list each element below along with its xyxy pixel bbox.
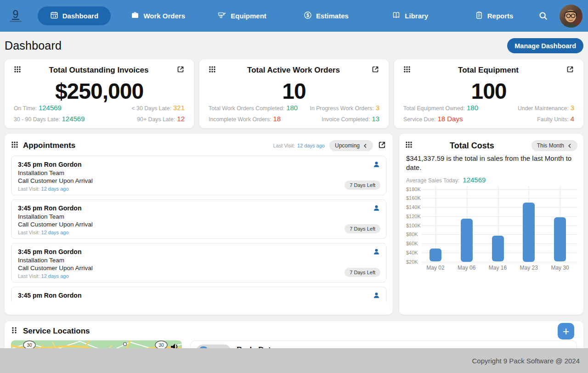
briefcase-icon <box>131 11 139 21</box>
last-visit-label: Last Visit: <box>273 143 295 148</box>
external-link-icon[interactable] <box>378 141 386 151</box>
nav-tab-label: Equipment <box>231 12 266 20</box>
add-location-button[interactable]: + <box>558 323 574 339</box>
stat-label: 30 - 90 Days Late: <box>14 116 60 123</box>
stat-label: On Time: <box>14 105 37 112</box>
user-avatar[interactable] <box>560 5 582 28</box>
nav-tab-work-orders[interactable]: Work Orders <box>123 6 193 25</box>
external-link-icon[interactable] <box>371 65 379 75</box>
nav-tab-equipment[interactable]: Equipment <box>209 6 275 25</box>
last-visit-label: Last Visit: <box>18 230 40 235</box>
stat-label: Faulty Units: <box>537 116 568 123</box>
costs-bar-chart: $180K$160K$140K$120K$100K$80K$60K$40K$20… <box>405 186 577 275</box>
card-total-active-work-orders: Total Active Work Orders 10 Total Work O… <box>199 59 389 128</box>
days-left-badge: 7 Days Left <box>345 224 380 233</box>
last-visit-link[interactable]: 12 days ago <box>41 230 69 235</box>
nav-tab-estimates[interactable]: $ Estimates <box>295 6 357 25</box>
stat-label: Invoice Completed: <box>322 116 370 123</box>
stat-value: 4 <box>571 115 574 123</box>
stat-value: 13 <box>372 115 379 123</box>
bar-May 02[interactable] <box>430 249 441 262</box>
stat-label: Under Maintenance: <box>518 105 569 112</box>
card-value: $250,000 <box>14 80 185 102</box>
y-axis-label: $120K <box>406 214 421 219</box>
card-value: 10 <box>209 80 379 102</box>
card-title: Total Equipment <box>411 66 566 75</box>
stat-cards-row: Total Outstanding Invoices $250,000 On T… <box>5 59 583 128</box>
stat-label: Service Due: <box>403 116 435 123</box>
y-axis-label: $60K <box>406 241 418 246</box>
app-logo[interactable]: 9 <box>6 10 26 22</box>
copyright-text: Copyright 9 Pack Software @ 2024 <box>472 357 580 365</box>
bar-May 16[interactable] <box>492 236 504 261</box>
last-visit-link[interactable]: 12 days ago <box>297 143 325 148</box>
last-visit-link[interactable]: 12 days ago <box>41 273 69 279</box>
appointment-team: Installation Team <box>18 300 379 302</box>
last-visit-link[interactable]: 12 days ago <box>41 186 69 192</box>
stat-label: In Progress Work Orders: <box>310 105 373 112</box>
y-axis-label: $180K <box>406 186 421 192</box>
drag-handle-icon[interactable] <box>405 141 413 150</box>
dollar-circle-icon: $ <box>304 11 312 21</box>
drag-handle-icon[interactable] <box>11 141 18 150</box>
external-link-icon[interactable] <box>176 65 185 75</box>
stat-value: 124569 <box>62 115 85 123</box>
nav-tab-label: Reports <box>487 12 514 20</box>
appointment-row[interactable]: 3:45 pm Ron Gordon Installation Team Cal… <box>11 156 386 195</box>
upcoming-filter-chip[interactable]: Upcoming <box>329 140 373 151</box>
appointment-team: Installation Team <box>18 213 379 220</box>
y-axis-label: $20K <box>406 259 418 265</box>
days-left-badge: 7 Days Left <box>345 268 380 277</box>
person-icon <box>373 292 380 301</box>
external-link-icon[interactable] <box>566 65 574 75</box>
top-nav: 9 Dashboard Work Orders <box>0 0 588 32</box>
appointment-row[interactable]: 3:45 pm Ron Gordon Installation Team Cal… <box>11 199 386 239</box>
stat-value: 180 <box>467 104 478 112</box>
x-axis-label: May 16 <box>489 265 507 271</box>
drag-handle-icon[interactable] <box>403 66 411 75</box>
card-title: Total Outstanding Invoices <box>21 66 176 75</box>
card-total-outstanding-invoices: Total Outstanding Invoices $250,000 On T… <box>5 59 194 128</box>
person-icon <box>373 161 380 170</box>
bar-May 23[interactable] <box>523 203 535 261</box>
nav-tab-dashboard[interactable]: Dashboard <box>38 6 111 25</box>
total-costs-card: Total Costs This Month $341,337.59 is th… <box>399 134 583 315</box>
appointment-team: Installation Team <box>18 257 379 264</box>
chevron-left-icon <box>567 143 572 149</box>
x-axis-label: May 30 <box>551 265 569 271</box>
drag-handle-icon[interactable] <box>14 66 21 75</box>
open-book-icon <box>392 11 401 21</box>
appointments-card: Appointments Last Visit: 12 days ago Upc… <box>5 134 393 315</box>
appointment-time-name: 3:45 pm Ron Gordon <box>18 292 379 299</box>
drag-handle-icon[interactable] <box>209 66 216 75</box>
x-axis-label: May 06 <box>458 265 475 271</box>
manage-dashboard-button[interactable]: Manage Dashboard <box>507 38 583 53</box>
nav-tab-library[interactable]: Library <box>384 6 436 25</box>
person-icon <box>373 248 380 258</box>
stat-value: 18 Days <box>437 115 463 123</box>
search-icon[interactable] <box>539 11 548 20</box>
nav-tab-label: Estimates <box>316 12 349 20</box>
person-icon <box>373 204 380 214</box>
period-chip[interactable]: This Month <box>531 140 577 151</box>
chevron-left-icon <box>362 143 368 149</box>
chip-label: Upcoming <box>335 142 360 149</box>
nav-tab-reports[interactable]: Reports <box>467 6 522 25</box>
card-title: Total Active Work Orders <box>216 66 371 75</box>
card-total-equipment: Total Equipment 100 Total Equipment Owne… <box>394 59 583 128</box>
drag-handle-icon[interactable] <box>11 327 17 336</box>
stat-value: 3 <box>376 104 379 112</box>
page-title: Dashboard <box>5 39 62 52</box>
stat-label: < 30 Days Late: <box>131 105 171 112</box>
appointment-row[interactable]: 3:45 pm Ron Gordon Installation Team Cal… <box>11 243 386 283</box>
nav-tab-label: Dashboard <box>62 12 98 20</box>
appointments-list: 3:45 pm Ron Gordon Installation Team Cal… <box>11 156 386 302</box>
total-costs-title: Total Costs <box>413 141 531 151</box>
bar-May 06[interactable] <box>461 219 473 262</box>
bar-May 30[interactable] <box>554 217 566 262</box>
appointment-row[interactable]: 3:45 pm Ron Gordon Installation Team Cal… <box>11 287 386 302</box>
x-axis-label: May 02 <box>426 265 444 271</box>
dashboard-calendar-icon <box>50 11 58 21</box>
avg-sales-label: Average Sales Today: <box>406 177 459 184</box>
appointment-time-name: 3:45 pm Ron Gordon <box>18 248 379 255</box>
